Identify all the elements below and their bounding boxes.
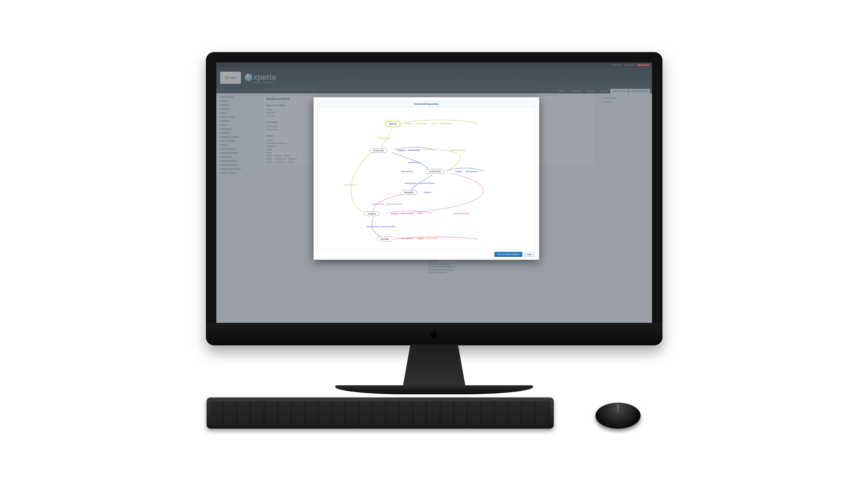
nav-tab[interactable]: Tablero [557, 89, 568, 93]
edge-label: Editar [417, 212, 423, 215]
edge-label: Intervención , Cambiar Estado [372, 203, 402, 205]
top-strip: Bienvenido, pfernandez cerrar sesión [216, 62, 652, 67]
edge-label: Asignar [391, 212, 398, 215]
app-logo: xperta gestión de incidencias [245, 72, 276, 84]
node-abierta[interactable]: Abierta [385, 121, 400, 126]
node-resuelto[interactable]: Resuelto [401, 190, 417, 195]
brand-bar: asac xperta gestión de incidencias [216, 67, 652, 88]
edge-label: Asignar [404, 122, 412, 125]
node-cerrado[interactable]: Cerrado [377, 236, 393, 242]
edge-label: Intervención , Cambiar Estado [404, 182, 435, 185]
nav-tab[interactable]: Usuarios [597, 89, 610, 93]
app-logo-icon [245, 73, 252, 81]
asac-logo-icon [224, 75, 229, 80]
app-logo-tagline: gestión de incidencias [253, 82, 276, 84]
right-actions: Editar workflow Ver grafo [596, 93, 652, 323]
main-nav: Tablero Incidencias Proyectos Usuarios A… [216, 88, 652, 93]
edge-label: Subir fichero [439, 122, 452, 125]
group-item: CPD ASAC [428, 260, 455, 263]
edge-label: Cambiar Estado [450, 149, 466, 152]
workflow-graph-modal: IncidenteSeguridad [313, 97, 539, 260]
keyboard-icon [207, 397, 554, 429]
edge-label: Editar [418, 237, 424, 240]
edit-workflow-link[interactable]: Editar workflow [600, 96, 649, 100]
modal-content: IncidenteSeguridad [314, 97, 539, 260]
sidenav-item[interactable]: Registros [219, 99, 261, 103]
node-deteccion[interactable]: Detección [370, 148, 387, 153]
sidenav-item[interactable]: Campos usuario [219, 115, 261, 119]
sidenav-item[interactable]: Perfiles [219, 111, 261, 115]
sidenav-item[interactable]: Prioridades [219, 131, 261, 135]
sidenav-item[interactable]: Empresas [219, 107, 261, 111]
edge-label: Intervención [408, 161, 420, 164]
quick-actions-menu[interactable]: Acciones Rápidas [629, 89, 650, 93]
edge-label: Intervención Cambiar Estado [366, 225, 396, 228]
monitor-chin [206, 323, 662, 345]
edit-icon [600, 97, 602, 99]
sidenav-item[interactable]: Tipos de Relación [219, 147, 261, 151]
edge-label: Cambiar Estado [453, 212, 469, 215]
current-user: pfernandez [624, 64, 634, 66]
edge-label: Intervención [465, 170, 477, 173]
view-graph-link[interactable]: Ver grafo [600, 100, 649, 104]
monitor-base [335, 385, 533, 394]
sidenav-item[interactable]: Tipologías [219, 103, 261, 107]
sidenav-item[interactable]: Informes [219, 143, 261, 147]
group-item: CPD Cabo Cervorvial [428, 271, 455, 274]
welcome-label: Bienvenido, [612, 64, 622, 66]
apple-logo-icon [430, 329, 438, 339]
sidenav-item[interactable]: Internacionalización [219, 151, 261, 155]
node-analisis[interactable]: Análisis [364, 212, 379, 216]
edge-label: Asignar [455, 170, 462, 173]
group-item: CPD Ayuntamiento de Morcinco [428, 265, 455, 268]
sidenav-item[interactable]: Datos instancia [219, 95, 261, 99]
sidenav-item[interactable]: Tipos de Trabajo [219, 139, 261, 143]
edge-label: Intervención [401, 212, 413, 215]
node-contencion[interactable]: Contención [425, 169, 444, 173]
monitor-bezel: Bienvenido, pfernandez cerrar sesión asa… [206, 52, 662, 345]
mouse-icon [595, 403, 641, 429]
asac-logo-text: asac [230, 76, 236, 79]
sidenav-item[interactable]: Buzones de Entrada [219, 163, 261, 167]
sidenav-item[interactable]: Acciones programadas [219, 167, 261, 171]
asac-logo: asac [220, 72, 241, 84]
device-mockup: Bienvenido, pfernandez cerrar sesión asa… [206, 52, 662, 394]
graph-title: IncidenteSeguridad [318, 101, 535, 107]
graph-panel: IncidenteSeguridad [317, 100, 535, 250]
workflow-graph: Abierta Detección Contención Resuelto An… [318, 107, 535, 250]
app-logo-text: xperta [253, 72, 276, 82]
sidenav-item[interactable]: Workflows [219, 119, 261, 123]
edge-label: Intervención [401, 237, 413, 240]
sidenav-item[interactable]: Orígenes de Datos [219, 159, 261, 163]
logout-button[interactable]: cerrar sesión [637, 64, 650, 66]
sidenav-item[interactable]: PostAcciones [219, 127, 261, 131]
edge-label: Intervención [378, 137, 391, 139]
nav-tab[interactable]: Proyectos [584, 89, 597, 93]
monitor-neck [403, 344, 465, 386]
sidenav-item[interactable]: Valoraciones [219, 155, 261, 159]
edge-label: Asignar [398, 149, 405, 152]
group-item: CPD Amigos del Ciclismo [428, 263, 455, 265]
nav-tab-active[interactable]: Administración [610, 89, 628, 93]
sidenav-item[interactable]: Campos proyecto [219, 171, 261, 175]
edge-label: Intervención [408, 149, 420, 152]
sidenav-item[interactable]: Unidades de Medida [219, 135, 261, 139]
edge-label: Intervención [401, 170, 413, 173]
edge-label: Subir fichero [426, 237, 438, 240]
edge-label: Editar [432, 122, 437, 125]
screen: Bienvenido, pfernandez cerrar sesión asa… [216, 62, 652, 323]
close-modal-button[interactable]: Salir [524, 252, 534, 257]
modal-button-row: Ver en nueva ventana Salir [317, 250, 535, 258]
edge-label: Intervención [415, 122, 427, 125]
admin-sidenav: Datos instancia Registros Tipologías Emp… [216, 93, 261, 323]
open-new-window-button[interactable]: Ver en nueva ventana [494, 252, 522, 257]
graph-edges [318, 107, 535, 250]
sidenav-item[interactable]: Estados [219, 123, 261, 127]
edit-workflow-label: Editar workflow [603, 97, 616, 99]
nav-tab[interactable]: Incidencias [568, 89, 583, 93]
view-graph-label: Ver grafo [603, 101, 611, 103]
graph-icon [600, 101, 602, 103]
edge-label: Asignar [424, 191, 431, 193]
edge-label: Intervención [344, 184, 356, 186]
group-item: CPD Ayuntamiento de Oviedo [428, 268, 455, 271]
